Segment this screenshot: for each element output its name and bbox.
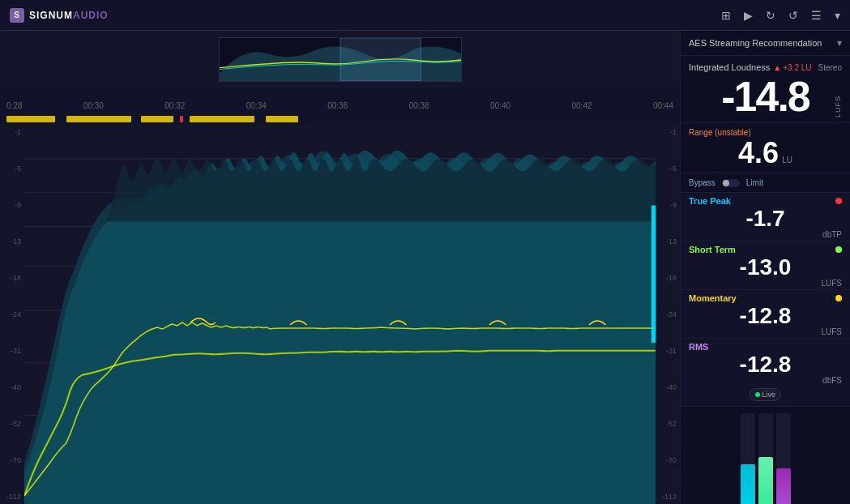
menu-icon[interactable]: ☰ [811,9,822,22]
undo-icon[interactable]: ↺ [788,9,798,22]
app-name: SIGNUMAUDIO [29,10,109,21]
momentary-block: Momentary -12.8 LUFS [681,290,850,339]
scale-left: -1 -5 -9 -13 -18 -24 -31 -40 -52 -70 -11… [0,125,24,504]
logo: S SIGNUMAUDIO [10,8,109,23]
scale-label: -5 [0,164,24,173]
bypass-toggle[interactable] [722,179,740,187]
short-term-label: Short Term [689,245,736,254]
main-content: 0:28 00:30 00:32 00:34 00:36 00:38 00:40… [0,31,850,504]
scale-label: -13 [656,237,680,246]
scale-label: -9 [0,201,24,209]
preset-arrow-icon: ▾ [837,37,842,49]
scale-label: -24 [0,310,24,318]
rms-label: RMS [689,342,708,352]
true-peak-value: -1.7 [689,207,842,230]
toolbar-icons: ⊞ ▶ ↻ ↺ ☰ ▾ [721,9,840,22]
true-peak-dot [835,198,842,204]
loop-icon[interactable]: ↻ [766,9,775,22]
preset-label: AES Streaming Recommendation [689,38,822,48]
live-badge: Live [750,388,781,401]
integrated-badge: ▲ +3.2 LU [773,63,811,72]
grid-icon[interactable]: ⊞ [721,9,731,22]
bypass-button[interactable]: Bypass [689,178,715,187]
true-peak-label-row: True Peak [689,196,842,206]
waveform-svg [24,125,656,504]
scale-label: -52 [0,420,24,428]
right-panel: AES Streaming Recommendation ▾ Integrate… [680,31,850,504]
momentary-label: Momentary [689,293,737,303]
scale-label: -18 [0,274,24,282]
limit-button[interactable]: Limit [746,178,763,187]
level-bar-purple [776,413,791,504]
short-term-value: -13.0 [689,256,842,279]
scale-label: -52 [656,420,680,428]
scale-label: -112 [0,493,24,501]
true-peak-block: True Peak -1.7 dbTP [681,193,850,241]
waveform-area[interactable]: -1 -5 -9 -13 -18 -24 -31 -40 -52 -70 -11… [0,125,680,504]
level-bar-cyan [741,413,755,504]
scale-label: -9 [656,201,680,209]
segment [66,116,131,122]
level-bar-green [758,413,773,504]
momentary-dot [835,295,842,301]
integrated-header: Integrated Loudness ▲ +3.2 LU Stereo [689,62,842,72]
segment [6,116,55,122]
scale-label: -1 [0,128,24,136]
short-term-dot [835,246,842,253]
rms-unit: dbFS [689,376,842,385]
timeline-labels: 0:28 00:30 00:32 00:34 00:36 00:38 00:40… [0,101,680,110]
integrated-loudness-section: Integrated Loudness ▲ +3.2 LU Stereo -14… [681,56,850,123]
stereo-label: Stereo [818,63,842,72]
integrated-value: -14.8 [721,75,809,117]
scale-label: -70 [656,456,680,464]
scale-label: -1 [656,128,680,136]
svg-rect-1 [340,38,421,81]
live-dot-icon [755,392,760,397]
time-label: 00:30 [83,101,104,110]
momentary-unit: LUFS [689,327,842,336]
preset-selector[interactable]: AES Streaming Recommendation ▾ [681,31,850,56]
time-label: 00:44 [653,101,673,110]
time-label: 00:40 [490,101,510,110]
scale-label: -5 [656,164,680,173]
short-term-label-row: Short Term [689,245,842,254]
range-section: Range (unstable) 4.6 LU [681,123,850,173]
time-label: 00:36 [327,101,348,110]
time-label: 0:28 [6,101,22,110]
rms-label-row: RMS [689,342,842,352]
scale-right: -1 -5 -9 -13 -18 -24 -31 -40 -52 -70 -11… [656,125,680,504]
logo-icon: S [10,8,24,23]
scale-label: -31 [0,347,24,355]
short-term-block: Short Term -13.0 LUFS [681,241,850,290]
scale-label: -70 [0,456,24,464]
rms-value: -12.8 [689,353,842,376]
true-peak-label: True Peak [689,196,731,206]
momentary-value: -12.8 [689,305,842,327]
segment [190,116,254,122]
time-label: 00:38 [409,101,429,110]
segments-bar [0,113,680,125]
scale-label: -24 [656,310,680,318]
left-panel: 0:28 00:30 00:32 00:34 00:36 00:38 00:40… [0,31,680,504]
time-label: 00:32 [164,101,185,110]
play-icon[interactable]: ▶ [744,9,753,22]
range-value: 4.6 [738,139,779,168]
scale-label: -31 [656,347,680,355]
mini-preview [219,37,462,82]
scale-label: -13 [0,237,24,246]
time-label: 00:42 [572,101,592,110]
range-unit: LU [782,156,792,164]
segment-red [180,116,183,122]
true-peak-unit: dbTP [689,230,842,239]
time-label: 00:34 [246,101,267,110]
scale-label: -40 [656,383,680,391]
segment [266,116,298,122]
scale-label: -112 [656,493,680,501]
scale-label: -40 [0,383,24,391]
scale-label: -18 [656,274,680,282]
integrated-title: Integrated Loudness [689,62,770,72]
chevron-down-icon[interactable]: ▾ [835,9,840,22]
segment [141,116,173,122]
timeline: 0:28 00:30 00:32 00:34 00:36 00:38 00:40… [0,89,680,113]
top-bar: S SIGNUMAUDIO ⊞ ▶ ↻ ↺ ☰ ▾ [0,0,850,31]
